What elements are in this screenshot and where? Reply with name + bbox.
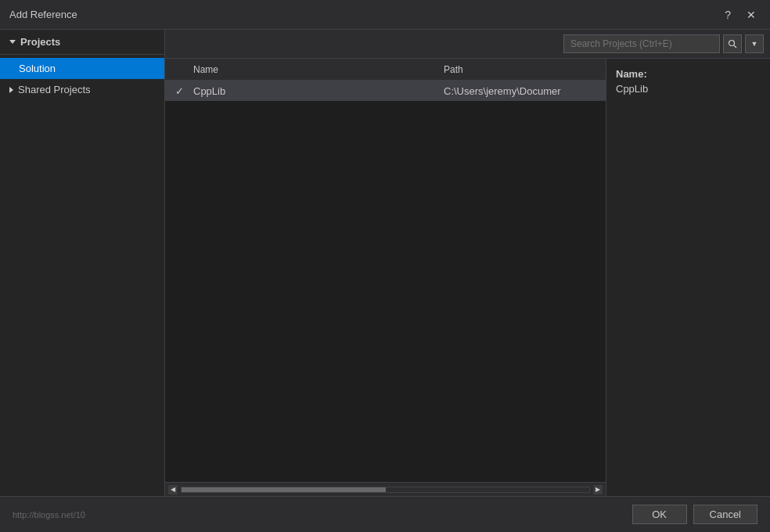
scroll-right-button[interactable]: ▶ — [593, 485, 603, 494]
content-pane: Name Path ✓ CppLib C:\Users\jeremy\Docum… — [165, 59, 770, 496]
left-panel-header: Projects — [0, 30, 164, 55]
left-panel: Projects Solution Shared Projects — [0, 30, 165, 496]
table-area: Name Path ✓ CppLib C:\Users\jeremy\Docum… — [165, 59, 606, 496]
dialog-title: Add Reference — [9, 9, 77, 20]
table-body: ✓ CppLib C:\Users\jeremy\Documer — [165, 81, 606, 482]
scroll-left-button[interactable]: ◀ — [168, 485, 178, 494]
projects-expand-icon — [9, 40, 16, 44]
th-name: Name — [193, 64, 444, 75]
right-content: ▼ Name Path ✓ — [165, 30, 770, 496]
help-button[interactable]: ? — [720, 8, 736, 22]
footer: http://blogss.net/10 OK Cancel — [0, 496, 770, 532]
search-button[interactable] — [723, 34, 742, 53]
cancel-button[interactable]: Cancel — [693, 505, 757, 524]
shared-projects-expand-icon — [9, 87, 13, 93]
info-panel: Name: CppLib — [606, 59, 770, 496]
row-checkbox[interactable]: ✓ — [165, 85, 193, 97]
close-button[interactable]: ✕ — [742, 8, 761, 22]
scroll-thumb[interactable] — [182, 487, 386, 492]
th-path: Path — [444, 64, 606, 75]
info-name-value: CppLib — [616, 83, 761, 95]
info-name-label: Name: — [616, 68, 761, 80]
search-bar: ▼ — [165, 30, 770, 59]
title-bar: Add Reference ? ✕ — [0, 0, 770, 30]
horizontal-scrollbar[interactable]: ◀ ▶ — [165, 482, 606, 496]
dialog-body: Projects Solution Shared Projects ▼ — [0, 30, 770, 496]
table-header: Name Path — [165, 59, 606, 81]
scroll-track[interactable] — [181, 487, 590, 493]
title-bar-controls: ? ✕ — [720, 8, 761, 22]
nav-items: Solution Shared Projects — [0, 55, 164, 103]
search-dropdown-button[interactable]: ▼ — [745, 34, 764, 53]
sidebar-item-solution[interactable]: Solution — [0, 58, 164, 79]
svg-point-0 — [729, 41, 735, 46]
left-panel-title: Projects — [20, 36, 60, 48]
row-name: CppLib — [193, 85, 444, 97]
watermark-text: http://blogss.net/10 — [13, 510, 626, 519]
row-path: C:\Users\jeremy\Documer — [444, 85, 606, 97]
search-input[interactable] — [563, 34, 720, 53]
svg-line-1 — [734, 45, 736, 48]
table-row[interactable]: ✓ CppLib C:\Users\jeremy\Documer — [165, 81, 606, 101]
ok-button[interactable]: OK — [632, 505, 687, 524]
sidebar-item-shared-projects[interactable]: Shared Projects — [0, 79, 164, 100]
